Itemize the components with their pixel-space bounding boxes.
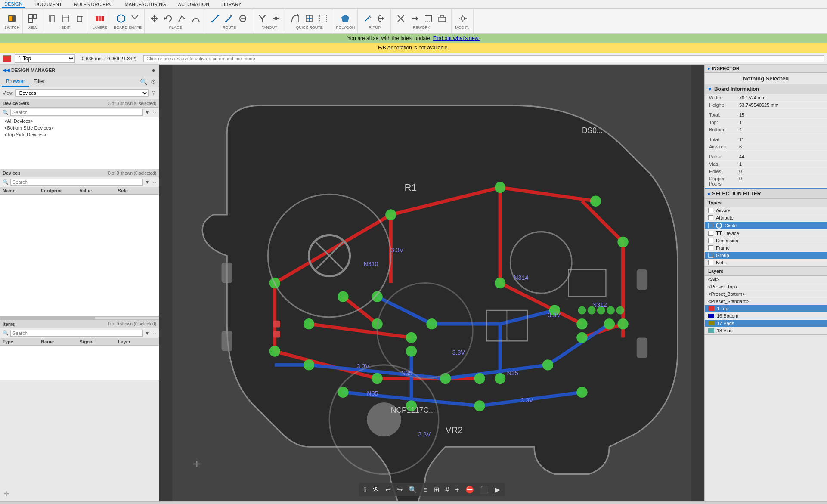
- view-help-icon[interactable]: ?: [151, 89, 156, 97]
- info-btn[interactable]: ℹ: [362, 485, 368, 495]
- inspector-collapse-icon[interactable]: ●: [707, 66, 710, 71]
- filter-frame[interactable]: Frame: [705, 244, 827, 252]
- eye-btn[interactable]: 👁: [371, 485, 381, 495]
- command-input[interactable]: [143, 55, 824, 62]
- delete-btn[interactable]: [73, 12, 86, 25]
- layer-preset-standard[interactable]: <Preset_Standard>: [705, 298, 827, 305]
- panel-search-btn[interactable]: 🔍: [139, 77, 148, 86]
- items-search[interactable]: [10, 330, 143, 337]
- group-checkbox[interactable]: [708, 253, 713, 258]
- device-sets-search[interactable]: [10, 109, 143, 116]
- devices-more-btn[interactable]: ···: [151, 179, 156, 186]
- place-wire-btn[interactable]: [176, 12, 189, 25]
- menu-document[interactable]: DOCUMENT: [32, 1, 65, 8]
- layer-1-top[interactable]: 1 Top: [705, 305, 827, 312]
- copy-btn[interactable]: [46, 12, 59, 25]
- rework-btn2[interactable]: [408, 12, 421, 25]
- filter-group[interactable]: Group: [705, 252, 827, 259]
- switch-btn[interactable]: [6, 12, 19, 25]
- menu-rules-drc-erc[interactable]: RULES DRC/ERC: [71, 1, 115, 8]
- place-undo-btn[interactable]: [162, 12, 175, 25]
- rework-btn1[interactable]: [394, 12, 407, 25]
- redo-btn[interactable]: ↪: [395, 485, 404, 495]
- layer-preset-bottom[interactable]: <Preset_Bottom>: [705, 291, 827, 298]
- layer-16-bottom[interactable]: 16 Bottom: [705, 312, 827, 320]
- layers-btn[interactable]: [93, 12, 106, 25]
- menu-design[interactable]: DESIGN: [2, 0, 25, 8]
- svg-point-91: [372, 291, 382, 302]
- layer-17-pads[interactable]: 17 Pads: [705, 320, 827, 327]
- devices-scrollbar[interactable]: [0, 316, 159, 320]
- place-arc-btn[interactable]: [189, 12, 202, 25]
- devices-search[interactable]: [10, 179, 143, 186]
- cut-btn[interactable]: [59, 12, 72, 25]
- route-btn2[interactable]: [223, 12, 235, 25]
- layer-18-vias[interactable]: 18 Vias: [705, 327, 827, 334]
- device-sets-more-btn[interactable]: ···: [151, 109, 156, 116]
- fanout-btn1[interactable]: [256, 12, 269, 25]
- add-btn[interactable]: +: [453, 485, 461, 495]
- menu-automation[interactable]: AUTOMATION: [176, 1, 212, 8]
- more-btn[interactable]: ▶: [493, 485, 502, 495]
- route-btn1[interactable]: [209, 12, 222, 25]
- panel-pin-icon[interactable]: ●: [151, 66, 156, 74]
- menu-manufacturing[interactable]: MANUFACTURING: [122, 1, 169, 8]
- filter-circle[interactable]: Circle: [705, 222, 827, 230]
- attribute-checkbox[interactable]: [708, 215, 713, 220]
- rework-btn3[interactable]: [422, 12, 435, 25]
- items-search-dropdown[interactable]: ▼: [145, 331, 149, 336]
- modif-btn[interactable]: [456, 12, 469, 25]
- view-select[interactable]: Devices: [15, 89, 149, 97]
- tab-filter[interactable]: Filter: [29, 77, 50, 87]
- tab-browser[interactable]: Browser: [2, 77, 29, 87]
- polygon-btn[interactable]: [339, 12, 352, 25]
- board-shape-btn[interactable]: [115, 12, 127, 25]
- filter-net[interactable]: Net...: [705, 259, 827, 266]
- panel-collapse-icon[interactable]: ◀◀: [3, 68, 9, 73]
- filter-dimension[interactable]: Dimension: [705, 237, 827, 244]
- rework-btn4[interactable]: [436, 12, 449, 25]
- frame-checkbox[interactable]: [708, 245, 713, 250]
- place-move-btn[interactable]: [148, 12, 161, 25]
- ripup-btn2[interactable]: [375, 12, 388, 25]
- fanout-btn2[interactable]: [269, 12, 282, 25]
- undo-btn[interactable]: ↩: [384, 485, 393, 495]
- device-set-bottom[interactable]: <Bottom Side Devices>: [0, 124, 159, 131]
- layer-select[interactable]: 1 Top: [15, 54, 75, 63]
- route-btn3[interactable]: [236, 12, 249, 25]
- devices-search-dropdown[interactable]: ▼: [145, 179, 149, 185]
- quick-route-btn3[interactable]: [316, 12, 329, 25]
- circle-checkbox[interactable]: [708, 223, 713, 228]
- quick-route-btn1[interactable]: [289, 12, 302, 25]
- pcb-canvas[interactable]: R1 VR2 NCP1117C... DS0...: [159, 65, 704, 501]
- net-checkbox[interactable]: [708, 260, 713, 265]
- grid-btn[interactable]: #: [443, 485, 451, 495]
- filter-attribute[interactable]: Attribute: [705, 214, 827, 222]
- canvas-area[interactable]: R1 VR2 NCP1117C... DS0...: [159, 65, 704, 501]
- device-set-all[interactable]: <All Devices>: [0, 117, 159, 124]
- update-link[interactable]: Find out what's new.: [433, 35, 480, 41]
- stop-btn[interactable]: ⛔: [464, 485, 476, 495]
- filter-airwire[interactable]: Airwire: [705, 207, 827, 214]
- selection-filter-header[interactable]: ● SELECTION FILTER: [705, 188, 827, 199]
- device-set-top[interactable]: <Top Side Devices>: [0, 131, 159, 138]
- layer-all[interactable]: <All>: [705, 276, 827, 283]
- board-shape-btn2[interactable]: [128, 12, 141, 25]
- device-checkbox[interactable]: [708, 231, 713, 236]
- layer-preset-top[interactable]: <Preset_Top>: [705, 283, 827, 291]
- view-btn[interactable]: [26, 12, 39, 25]
- board-info-collapse[interactable]: ▼ Board Information: [705, 84, 827, 94]
- items-more-btn[interactable]: ···: [151, 330, 156, 337]
- zoom-out-btn[interactable]: 🔍: [407, 485, 419, 495]
- airwire-checkbox[interactable]: [708, 208, 713, 213]
- device-sets-search-dropdown[interactable]: ▼: [145, 110, 149, 115]
- menu-library[interactable]: LIBRARY: [219, 1, 244, 8]
- filter-device[interactable]: Device: [705, 230, 827, 237]
- zoom-fit-btn[interactable]: ⊟: [421, 486, 429, 494]
- ripup-btn1[interactable]: [361, 12, 374, 25]
- cursor-btn[interactable]: ⬛: [478, 485, 490, 495]
- dimension-checkbox[interactable]: [708, 238, 713, 243]
- panel-settings-btn[interactable]: ⚙: [150, 77, 157, 86]
- zoom-in-btn[interactable]: ⊞: [432, 485, 441, 495]
- quick-route-btn2[interactable]: [303, 12, 316, 25]
